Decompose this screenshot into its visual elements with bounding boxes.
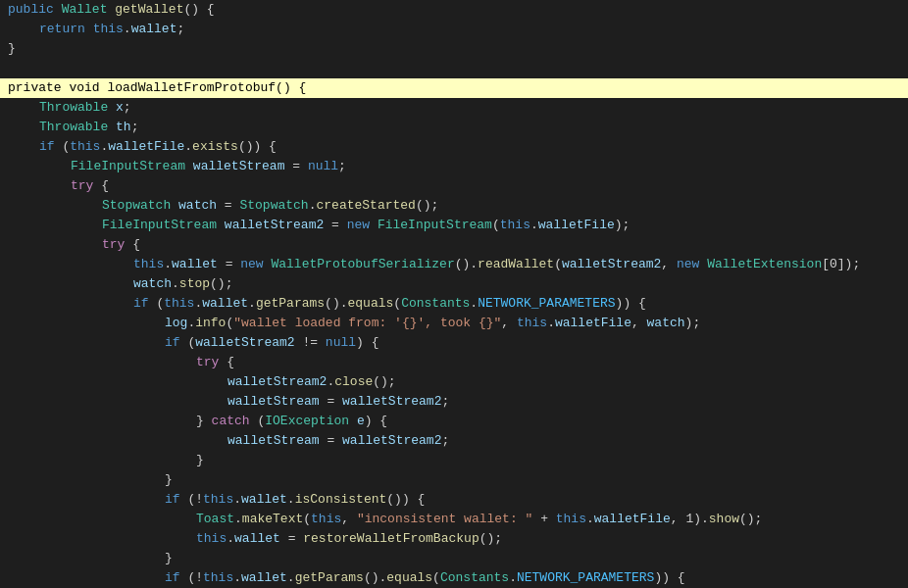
- token-plain: (: [149, 296, 165, 311]
- token-plain: ) {: [365, 414, 387, 428]
- token-method: getWallet: [115, 2, 183, 17]
- token-str: "inconsistent wallet: ": [357, 512, 532, 526]
- line-content: this.wallet = restoreWalletFromBackup();: [0, 529, 908, 549]
- line-content: }: [0, 549, 908, 568]
- line-content: Stopwatch watch = Stopwatch.createStarte…: [0, 196, 908, 216]
- token-type: Constants: [401, 296, 470, 311]
- token-plain: ;: [177, 22, 184, 36]
- token-plain: ;: [441, 433, 449, 448]
- token-plain: .: [547, 316, 555, 330]
- token-plain: {: [219, 355, 234, 369]
- token-field: x: [116, 100, 124, 115]
- line-content: this.wallet = new WalletProtobufSerializ…: [0, 255, 908, 274]
- token-type: Wallet: [62, 2, 108, 17]
- code-line: }: [0, 451, 908, 470]
- token-plain: }: [196, 453, 204, 467]
- line-content: FileInputStream walletStream = null;: [0, 157, 908, 176]
- token-field: th: [116, 120, 131, 134]
- token-plain: .: [233, 492, 241, 507]
- token-plain: ()) {: [238, 139, 277, 154]
- code-line: if (!this.wallet.isConsistent()) {: [0, 490, 908, 510]
- code-line: public Wallet getWallet() {: [0, 0, 908, 20]
- token-plain: )) {: [654, 570, 684, 585]
- token-type: Constants: [440, 570, 509, 585]
- token-plain: ;: [338, 159, 346, 173]
- token-method: stop: [179, 276, 210, 291]
- token-plain: ();: [479, 531, 502, 546]
- token-plain: +: [532, 512, 555, 526]
- line-content: }: [0, 470, 908, 490]
- code-line: [0, 59, 908, 78]
- code-line: try {: [0, 353, 908, 372]
- token-plain: ();: [210, 276, 232, 291]
- code-line: this.wallet = new WalletProtobufSerializ…: [0, 255, 908, 274]
- code-line: FileInputStream walletStream2 = new File…: [0, 216, 908, 235]
- token-kw: null: [326, 335, 356, 350]
- token-method: equals: [348, 296, 394, 311]
- token-plain: ()) {: [386, 492, 425, 507]
- token-kw: this: [203, 570, 233, 585]
- token-plain: =: [320, 433, 342, 448]
- token-method: info: [195, 316, 226, 330]
- token-plain: .: [184, 139, 192, 154]
- token-field: wallet: [241, 492, 287, 507]
- token-field: walletFile: [538, 218, 615, 232]
- token-method: getParams: [295, 570, 364, 585]
- token-method: loadWalletFromProtobuf: [107, 80, 276, 95]
- token-plain: ().: [364, 570, 386, 585]
- token-kw: new: [677, 257, 699, 271]
- token-kw: if: [165, 492, 180, 507]
- token-static-field: NETWORK_PARAMETERS: [478, 296, 615, 311]
- token-field: walletStream2: [342, 433, 441, 448]
- token-plain: [54, 2, 62, 17]
- token-field: walletStream: [193, 159, 285, 173]
- token-field: walletStream2: [195, 335, 294, 350]
- token-kw: this: [196, 531, 227, 546]
- token-field: wallet: [234, 531, 280, 546]
- token-plain: [171, 198, 178, 213]
- line-content: [0, 59, 908, 78]
- line-content: log.info("wallet loaded from: '{}', took…: [0, 314, 908, 333]
- token-method: getParams: [256, 296, 325, 311]
- line-content: return this.wallet;: [0, 20, 908, 39]
- code-line: Stopwatch watch = Stopwatch.createStarte…: [0, 196, 908, 216]
- token-kw: this: [517, 316, 547, 330]
- code-line: FileInputStream walletStream = null;: [0, 157, 908, 176]
- token-field: walletFile: [555, 316, 631, 330]
- token-field: walletStream2: [562, 257, 661, 271]
- token-plain: ().: [325, 296, 347, 311]
- token-kw-ctrl: try: [196, 355, 219, 369]
- code-line: this.wallet = restoreWalletFromBackup();: [0, 529, 908, 549]
- token-type: FileInputStream: [378, 218, 492, 232]
- token-kw: public: [8, 2, 54, 17]
- token-type: WalletProtobufSerializer: [271, 257, 454, 271]
- token-plain: .: [124, 22, 131, 36]
- token-plain: (: [554, 257, 562, 271]
- token-plain: ,: [501, 316, 517, 330]
- line-content: try {: [0, 176, 908, 196]
- token-method: show: [709, 512, 739, 526]
- code-line: }: [0, 470, 908, 490]
- token-kw-ctrl: try: [71, 178, 93, 193]
- token-kw: this: [203, 492, 233, 507]
- token-plain: ();: [739, 512, 762, 526]
- token-plain: );: [615, 218, 631, 232]
- token-plain: ();: [373, 374, 395, 389]
- token-kw-ctrl: catch: [212, 414, 250, 428]
- token-type: Stopwatch: [239, 198, 308, 213]
- token-plain: (: [250, 414, 266, 428]
- token-method: createStarted: [316, 198, 415, 213]
- token-plain: )) {: [616, 296, 646, 311]
- code-line: try {: [0, 235, 908, 255]
- token-plain: .: [586, 512, 594, 526]
- line-content: walletStream = walletStream2;: [0, 431, 908, 451]
- token-plain: .: [470, 296, 478, 311]
- code-line: walletStream = walletStream2;: [0, 431, 908, 451]
- code-line: private void loadWalletFromProtobuf() {: [0, 78, 908, 98]
- token-plain: [85, 22, 93, 36]
- line-content: if (!this.wallet.isConsistent()) {: [0, 490, 908, 510]
- token-kw: if: [165, 570, 180, 585]
- token-field: wallet: [241, 570, 287, 585]
- code-editor: public Wallet getWallet() {return this.w…: [0, 0, 908, 588]
- code-line: watch.stop();: [0, 274, 908, 294]
